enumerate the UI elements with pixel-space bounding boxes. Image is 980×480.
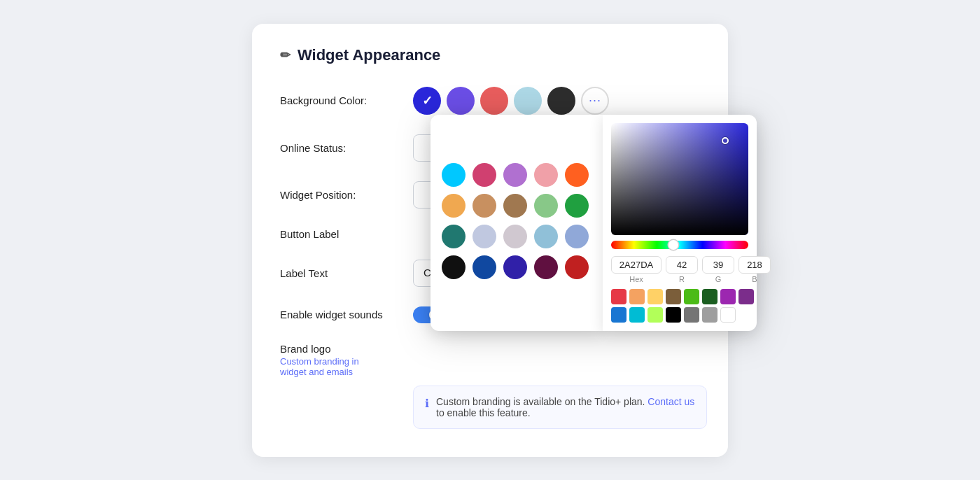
hue-bar[interactable] — [611, 241, 748, 249]
brand-logo-section: Brand logo Custom branding inwidget and … — [280, 343, 359, 377]
background-color-label: Background Color: — [280, 94, 413, 106]
hex-input[interactable]: 2A27DA — [611, 256, 662, 274]
palette-swatch-navy[interactable] — [472, 255, 496, 279]
quick-color-dark-gray[interactable] — [684, 307, 699, 323]
quick-color-lime[interactable] — [648, 307, 663, 323]
swatch-light-blue[interactable] — [514, 87, 542, 115]
hex-input-group: 2A27DA Hex — [611, 256, 662, 283]
palette-swatch-periwinkle[interactable] — [565, 225, 589, 248]
palette-swatch-brown[interactable] — [503, 194, 527, 218]
quick-color-red[interactable] — [611, 289, 626, 304]
quick-color-purple[interactable] — [720, 289, 736, 304]
palette-swatch-mauve[interactable] — [503, 225, 527, 248]
quick-color-dark-purple[interactable] — [738, 289, 754, 304]
swatch-purple[interactable] — [447, 87, 475, 115]
palette-swatch-silver-blue[interactable] — [472, 225, 496, 248]
pencil-icon: ✏ — [280, 48, 290, 63]
palette-swatch-green[interactable] — [565, 194, 589, 218]
quick-color-dark-green[interactable] — [702, 289, 718, 304]
g-label: G — [715, 275, 722, 283]
palette-swatch-teal[interactable] — [442, 225, 465, 248]
quick-color-white[interactable] — [720, 307, 736, 323]
online-status-label: Online Status: — [280, 142, 413, 154]
quick-colors — [611, 289, 748, 323]
swatch-dark[interactable] — [547, 87, 575, 115]
quick-color-yellow[interactable] — [648, 289, 663, 304]
color-picker-popup: 2A27DA Hex 42 R 39 G 218 B — [430, 115, 757, 331]
button-label-label: Button Label — [280, 228, 413, 240]
widget-position-label: Widget Position: — [280, 189, 413, 201]
background-color-row: Background Color: ··· — [280, 87, 700, 115]
b-input-group: 218 B — [738, 256, 771, 283]
r-label: R — [679, 275, 685, 283]
quick-color-green[interactable] — [684, 289, 699, 304]
info-text: Custom branding is available on the Tidi… — [436, 396, 695, 418]
info-icon: ℹ — [425, 397, 429, 410]
palette-swatch-tan[interactable] — [472, 194, 496, 218]
card-title-section: ✏ Widget Appearance — [280, 46, 700, 64]
g-input[interactable]: 39 — [702, 256, 734, 274]
palette-panel — [430, 115, 603, 331]
quick-color-blue[interactable] — [611, 307, 626, 323]
widget-appearance-card: ✏ Widget Appearance Background Color: ··… — [252, 24, 728, 457]
quick-color-gray[interactable] — [702, 307, 718, 323]
brand-logo-row: Brand logo Custom branding inwidget and … — [280, 343, 700, 377]
hex-label: Hex — [629, 275, 643, 283]
palette-swatch-cyan[interactable] — [442, 163, 465, 187]
quick-color-orange[interactable] — [629, 289, 645, 304]
enable-sounds-label: Enable widget sounds — [280, 309, 413, 320]
quick-color-black[interactable] — [666, 307, 681, 323]
more-colors-button[interactable]: ··· — [581, 87, 609, 115]
palette-swatch-indigo[interactable] — [503, 255, 527, 279]
palette-swatch-light-green[interactable] — [534, 194, 558, 218]
palette-swatch-red[interactable] — [565, 255, 589, 279]
hue-thumb — [668, 240, 678, 250]
palette-swatch-sky[interactable] — [534, 225, 558, 248]
palette-swatch-salmon[interactable] — [534, 163, 558, 187]
brand-logo-sublabel: Custom branding inwidget and emails — [280, 356, 359, 377]
gradient-panel: 2A27DA Hex 42 R 39 G 218 B — [603, 115, 757, 331]
info-banner: ℹ Custom branding is available on the Ti… — [413, 386, 707, 429]
rgb-inputs: 2A27DA Hex 42 R 39 G 218 B — [611, 256, 748, 283]
palette-swatch-peach[interactable] — [442, 194, 465, 218]
g-input-group: 39 G — [702, 256, 734, 283]
b-label: B — [752, 275, 757, 283]
swatch-blue-selected[interactable] — [413, 87, 441, 115]
palette-swatch-maroon[interactable] — [534, 255, 558, 279]
color-swatches: ··· — [413, 87, 609, 115]
b-input[interactable]: 218 — [738, 256, 771, 274]
quick-color-cyan[interactable] — [629, 307, 645, 323]
label-text-label: Label Text — [280, 267, 413, 279]
r-input[interactable]: 42 — [666, 256, 698, 274]
contact-us-link[interactable]: Contact us — [648, 396, 694, 407]
swatch-red[interactable] — [480, 87, 508, 115]
brand-logo-title: Brand logo — [280, 343, 359, 355]
quick-color-brown[interactable] — [666, 289, 681, 304]
r-input-group: 42 R — [666, 256, 698, 283]
palette-swatch-lavender[interactable] — [503, 163, 527, 187]
palette-swatch-pink[interactable] — [472, 163, 496, 187]
palette-swatch-black[interactable] — [442, 255, 465, 279]
palette-swatch-orange[interactable] — [565, 163, 589, 187]
gradient-cursor — [722, 137, 729, 144]
page-title: Widget Appearance — [298, 46, 440, 64]
gradient-canvas[interactable] — [611, 123, 748, 235]
